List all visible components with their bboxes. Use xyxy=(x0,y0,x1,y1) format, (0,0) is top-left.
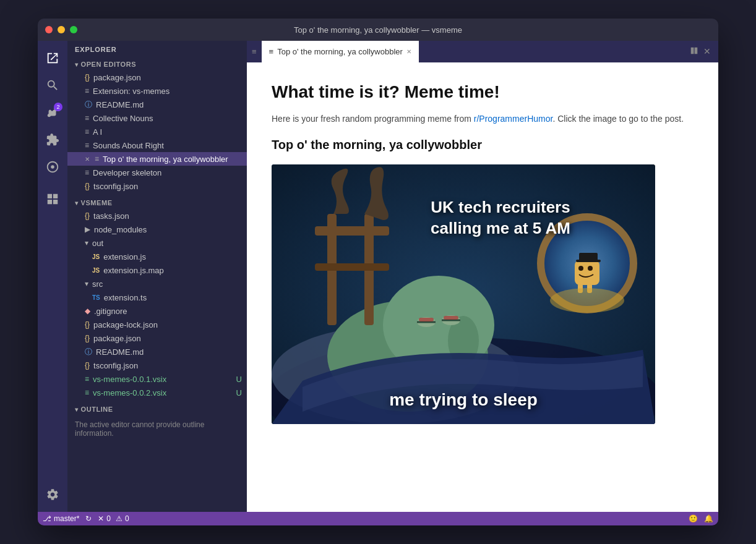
ext-icon: ≡ xyxy=(85,168,89,177)
reddit-link[interactable]: r/ProgrammerHumor xyxy=(474,114,553,124)
vsmeme-section[interactable]: ▾ VSMEME xyxy=(67,197,247,209)
file-readme-2[interactable]: ⓘ README.md xyxy=(67,345,247,359)
json-icon: {} xyxy=(85,182,90,190)
folder-src[interactable]: ▾ src xyxy=(67,277,247,291)
file-package-lock-json[interactable]: {} package-lock.json xyxy=(67,318,247,331)
vsmeme-label: VSMEME xyxy=(81,199,113,206)
close-icon[interactable]: ✕ xyxy=(85,156,90,163)
desc-after: . Click the image to go to the post. xyxy=(552,114,684,124)
file-readme[interactable]: ⓘ README.md xyxy=(67,98,247,111)
smiley-icon[interactable]: 🙂 xyxy=(689,514,698,523)
json-icon: {} xyxy=(85,334,90,342)
folder-out[interactable]: ▾ out xyxy=(67,236,247,250)
file-name: vs-memes-0.0.2.vsix xyxy=(93,388,166,397)
tab-file-icon: ≡ xyxy=(269,47,274,56)
search-icon[interactable] xyxy=(40,73,65,98)
explorer-icon[interactable] xyxy=(40,46,65,70)
file-name: Top o' the morning, ya collywobbler xyxy=(103,155,228,164)
close-editor-icon[interactable]: ✕ xyxy=(703,46,711,57)
modified-badge-u2: U xyxy=(236,388,242,397)
file-developer-skeleton[interactable]: ≡ Developer skeleton xyxy=(67,166,247,179)
errors-count[interactable]: ✕ 0 ⚠ 0 xyxy=(98,514,129,523)
meme-visual: UK tech recruiters calling me at 5 AM me… xyxy=(272,164,655,424)
minimize-button[interactable] xyxy=(58,26,65,33)
svg-rect-12 xyxy=(444,316,458,320)
extensions-icon[interactable] xyxy=(40,127,65,152)
warnings-num: 0 xyxy=(125,514,129,523)
meme-image[interactable]: UK tech recruiters calling me at 5 AM me… xyxy=(272,164,655,424)
close-button[interactable] xyxy=(45,26,53,33)
svg-rect-19 xyxy=(576,260,601,262)
file-vsix-2[interactable]: ≡ vs-memes-0.0.2.vsix U xyxy=(67,386,247,399)
file-extension-vs-memes[interactable]: ≡ Extension: vs-memes xyxy=(67,84,247,98)
file-tsconfig[interactable]: {} tsconfig.json xyxy=(67,179,247,193)
sidebar-header: EXPLORER xyxy=(67,41,247,58)
git-branch[interactable]: ⎇ master* xyxy=(43,514,79,523)
svg-point-17 xyxy=(588,266,593,271)
file-name: Developer skeleton xyxy=(93,168,161,177)
file-name: Collective Nouns xyxy=(93,114,153,123)
tab-close-icon[interactable]: ✕ xyxy=(406,48,411,55)
remote-icon[interactable] xyxy=(40,155,65,179)
ext-icon: ≡ xyxy=(95,155,99,163)
ext-icon: ≡ xyxy=(85,141,89,150)
json-icon: {} xyxy=(85,211,90,220)
active-tab[interactable]: ≡ Top o' the morning, ya collywobbler ✕ xyxy=(262,41,419,62)
file-extension-ts[interactable]: TS extension.ts xyxy=(67,291,247,304)
json-icon: {} xyxy=(85,320,90,329)
file-top-morning-active[interactable]: ✕ ≡ Top o' the morning, ya collywobbler xyxy=(67,152,247,166)
maximize-button[interactable] xyxy=(70,26,77,33)
ext-icon: ≡ xyxy=(85,114,89,122)
file-name: vs-memes-0.0.1.vsix xyxy=(93,375,166,384)
file-gitignore[interactable]: ◆ .gitignore xyxy=(67,304,247,318)
file-ai[interactable]: ≡ A I xyxy=(67,125,247,138)
readme-icon: ⓘ xyxy=(85,100,92,110)
layout-icon[interactable] xyxy=(40,187,65,211)
file-collective-nouns[interactable]: ≡ Collective Nouns xyxy=(67,111,247,125)
file-sounds-about-right[interactable]: ≡ Sounds About Right xyxy=(67,138,247,152)
file-package-json[interactable]: {} package.json xyxy=(67,70,247,84)
svg-text:me trying to sleep: me trying to sleep xyxy=(389,390,538,409)
sync-button[interactable]: ↻ xyxy=(85,514,92,523)
meme-title: Top o' the morning, ya collywobbler xyxy=(272,138,694,152)
file-tsconfig-2[interactable]: {} tsconfig.json xyxy=(67,359,247,372)
file-package-json-2[interactable]: {} package.json xyxy=(67,331,247,345)
markdown-content: What time is it? Meme time! Here is your… xyxy=(247,62,718,512)
folder-arrow-icon: ▶ xyxy=(85,225,90,234)
open-editors-section[interactable]: ▾ OPEN EDITORS xyxy=(67,58,247,70)
settings-icon[interactable] xyxy=(40,482,65,507)
ext-icon: ≡ xyxy=(85,87,89,95)
app-window: Top o' the morning, ya collywobbler — vs… xyxy=(38,19,718,525)
file-name: tasks.json xyxy=(93,211,129,221)
file-name: .gitignore xyxy=(94,307,127,316)
folder-arrow-icon: ▾ xyxy=(85,239,88,247)
svg-text:calling me at 5 AM: calling me at 5 AM xyxy=(431,219,570,237)
vsix-icon: ≡ xyxy=(85,388,89,397)
folder-node-modules[interactable]: ▶ node_modules xyxy=(67,223,247,236)
file-name: extension.js xyxy=(103,252,146,261)
file-name: package.json xyxy=(93,73,141,82)
editor-area: ≡ ≡ Top o' the morning, ya collywobbler … xyxy=(247,41,718,512)
error-icon: ✕ xyxy=(98,514,104,523)
vsmeme-arrow: ▾ xyxy=(75,200,79,206)
tab-bar-icon: ≡ xyxy=(247,47,262,56)
file-extension-js[interactable]: JS extension.js xyxy=(67,250,247,263)
desc-before: Here is your fresh random programming me… xyxy=(272,114,474,124)
js-icon: JS xyxy=(92,253,100,260)
outline-arrow: ▾ xyxy=(75,406,79,413)
status-right: 🙂 🔔 xyxy=(689,514,713,523)
file-vsix-1[interactable]: ≡ vs-memes-0.0.1.vsix U xyxy=(67,372,247,386)
warning-icon: ⚠ xyxy=(116,514,122,523)
svg-rect-11 xyxy=(419,318,434,321)
file-extension-js-map[interactable]: JS extension.js.map xyxy=(67,263,247,277)
file-name: extension.ts xyxy=(104,293,147,302)
window-controls xyxy=(45,26,77,33)
source-control-icon[interactable]: 2 xyxy=(40,100,65,125)
svg-rect-15 xyxy=(575,260,599,285)
file-tasks-json[interactable]: {} tasks.json xyxy=(67,209,247,223)
open-editors-label: OPEN EDITORS xyxy=(81,61,137,68)
json-icon: {} xyxy=(85,361,90,370)
outline-section[interactable]: ▾ OUTLINE xyxy=(67,403,247,415)
split-editor-icon[interactable] xyxy=(690,46,698,57)
bell-icon[interactable]: 🔔 xyxy=(704,514,713,523)
